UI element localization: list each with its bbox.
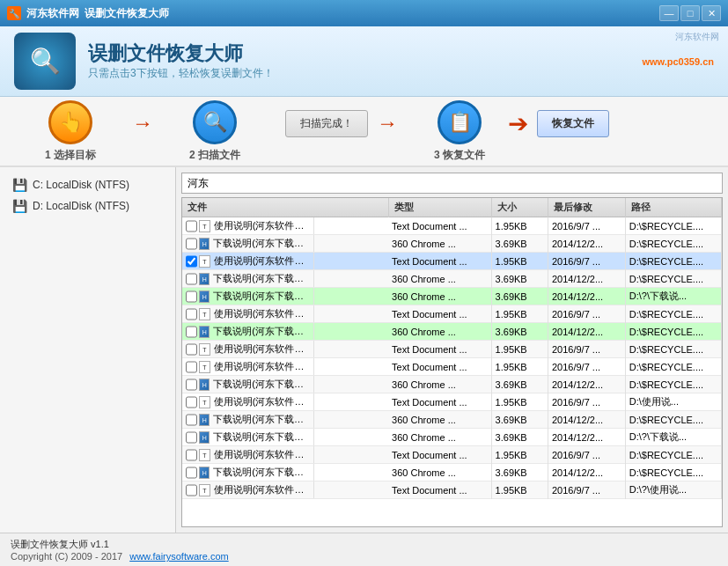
step2: 🔍 2 扫描文件 [162, 100, 268, 163]
file-name: 使用说明(河东软件园).txt [214, 219, 310, 232]
file-type: 360 Chrome ... [388, 323, 491, 341]
file-date: 2014/12/2... [548, 288, 625, 305]
file-name: 使用说明(河东软件园).txt [214, 342, 310, 356]
table-row[interactable]: T使用说明(河东软件园).txtText Document ...1.95KB2… [182, 358, 722, 376]
status-app-name: 误删文件恢复大师 v1.1 [11, 538, 717, 551]
table-row[interactable]: T使用说明(河东软件园).txtText Document ...1.95KB2… [182, 393, 722, 411]
app-slogan: 只需点击3下按钮，轻松恢复误删文件！ [88, 66, 642, 81]
file-size: 1.95KB [491, 358, 548, 376]
row-checkbox[interactable] [186, 308, 197, 320]
table-row[interactable]: T使用说明(河东软件园).txtText Document ...1.95KB2… [182, 217, 722, 235]
row-checkbox[interactable] [186, 326, 197, 338]
row-checkbox[interactable] [186, 484, 197, 496]
htm-icon: H [199, 379, 210, 391]
txt-icon: T [199, 343, 210, 356]
table-row[interactable]: H下载说明(河东下载站).htm360 Chrome ...3.69KB2014… [182, 235, 722, 253]
table-row[interactable]: T使用说明(河东软件园).txtText Document ...1.95KB2… [182, 253, 722, 270]
table-row[interactable]: T使用说明(河东软件园).txtText Document ...1.95KB2… [182, 481, 722, 499]
header-banner: 误删文件恢复大师 只需点击3下按钮，轻松恢复误删文件！ 河东软件网 www.pc… [0, 26, 728, 97]
row-checkbox[interactable] [186, 414, 197, 426]
status-bar: 误删文件恢复大师 v1.1 Copyright (C) 2009 - 2017 … [0, 533, 728, 566]
file-date: 2016/9/7 ... [548, 217, 625, 235]
file-name: 下载说明(河东下载站).htm [213, 290, 310, 303]
drive-d-icon: 💾 [12, 199, 27, 213]
col-header-type: 类型 [388, 198, 491, 217]
file-date: 2016/9/7 ... [548, 341, 625, 358]
file-date: 2014/12/2... [548, 411, 625, 429]
file-date: 2014/12/2... [548, 376, 625, 393]
step3-circle: 📋 [438, 100, 482, 144]
file-type: 360 Chrome ... [388, 411, 491, 429]
table-row[interactable]: T使用说明(河东软件园).txtText Document ...1.95KB2… [182, 341, 722, 358]
row-checkbox[interactable] [186, 431, 197, 444]
file-path: D:\$RECYCLE.... [625, 323, 721, 341]
search-input[interactable] [181, 173, 723, 194]
txt-icon: T [199, 361, 210, 373]
file-name: 使用说明(河东软件园).txt [214, 254, 310, 268]
file-path: D:\$RECYCLE.... [625, 341, 721, 358]
row-checkbox[interactable] [186, 238, 197, 250]
file-name: 下载说明(河东下载站).htm [213, 466, 310, 479]
txt-icon: T [199, 484, 210, 496]
file-table-wrapper[interactable]: 文件 类型 大小 最后修改 路径 T使用说明(河东软件园).txtText Do… [181, 197, 723, 527]
minimize-button[interactable]: — [659, 5, 679, 21]
table-row[interactable]: H下载说明(河东下载站).htm360 Chrome ...3.69KB2014… [182, 376, 722, 393]
table-row[interactable]: H下载说明(河东下载站).htm360 Chrome ...3.69KB2014… [182, 323, 722, 341]
step3: 📋 3 恢复文件 [407, 100, 512, 163]
htm-icon: H [199, 273, 210, 285]
file-type: 360 Chrome ... [388, 464, 491, 481]
file-size: 1.95KB [491, 217, 548, 235]
table-row[interactable]: T使用说明(河东软件园).txtText Document ...1.95KB2… [182, 305, 722, 323]
file-path: D:\使用说... [625, 393, 721, 411]
file-path: D:\?\下载说... [625, 429, 721, 446]
close-button[interactable]: ✕ [702, 5, 721, 21]
scan-done-button[interactable]: 扫描完成！ [285, 110, 368, 137]
file-type: 360 Chrome ... [388, 288, 491, 305]
htm-icon: H [199, 414, 210, 426]
status-website[interactable]: www.fairysoftware.com [129, 551, 228, 562]
app-title: 误删文件恢复大师 [88, 41, 642, 67]
table-row[interactable]: H下载说明(河东下载站).htm360 Chrome ...3.69KB2014… [182, 429, 722, 446]
right-panel: 文件 类型 大小 最后修改 路径 T使用说明(河东软件园).txtText Do… [176, 167, 728, 533]
table-row[interactable]: H下载说明(河东下载站).htm360 Chrome ...3.69KB2014… [182, 411, 722, 429]
search-bar [181, 173, 723, 194]
arrow2: → [377, 111, 398, 136]
watermark-url: www.pc0359.cn [642, 56, 714, 67]
file-path: D:\$RECYCLE.... [625, 358, 721, 376]
table-row[interactable]: H下载说明(河东下载站).htm360 Chrome ...3.69KB2014… [182, 464, 722, 481]
row-checkbox[interactable] [186, 449, 197, 461]
row-checkbox[interactable] [186, 255, 197, 268]
file-path: D:\$RECYCLE.... [625, 270, 721, 288]
file-table: 文件 类型 大小 最后修改 路径 T使用说明(河东软件园).txtText Do… [182, 198, 722, 499]
table-row[interactable]: T使用说明(河东软件园).txtText Document ...1.95KB2… [182, 446, 722, 464]
drive-c[interactable]: 💾 C: LocalDisk (NTFS) [7, 174, 168, 195]
file-path: D:\?\下载说... [625, 288, 721, 305]
row-checkbox[interactable] [186, 379, 197, 391]
file-size: 1.95KB [491, 305, 548, 323]
drive-d[interactable]: 💾 D: LocalDisk (NTFS) [7, 195, 168, 217]
table-row[interactable]: H下载说明(河东下载站).htm360 Chrome ...3.69KB2014… [182, 288, 722, 305]
htm-icon: H [199, 326, 210, 338]
row-checkbox[interactable] [186, 467, 197, 479]
file-date: 2014/12/2... [548, 323, 625, 341]
file-date: 2016/9/7 ... [548, 253, 625, 270]
file-size: 3.69KB [491, 464, 548, 481]
row-checkbox[interactable] [186, 343, 197, 356]
file-size: 1.95KB [491, 446, 548, 464]
row-checkbox[interactable] [186, 290, 197, 303]
file-name: 下载说明(河东下载站).htm [213, 325, 310, 338]
maximize-button[interactable]: □ [680, 5, 700, 21]
table-row[interactable]: H下载说明(河东下载站).htm360 Chrome ...3.69KB2014… [182, 270, 722, 288]
file-path: D:\$RECYCLE.... [625, 217, 721, 235]
row-checkbox[interactable] [186, 273, 197, 285]
file-path: D:\$RECYCLE.... [625, 376, 721, 393]
header-watermark: 河东软件网 www.pc0359.cn [642, 56, 714, 67]
row-checkbox[interactable] [186, 220, 197, 232]
file-type: Text Document ... [388, 217, 491, 235]
row-checkbox[interactable] [186, 396, 197, 408]
row-checkbox[interactable] [186, 361, 197, 373]
file-size: 1.95KB [491, 341, 548, 358]
recover-button[interactable]: 恢复文件 [537, 110, 609, 137]
file-date: 2014/12/2... [548, 270, 625, 288]
drive-c-label: C: LocalDisk (NTFS) [33, 179, 129, 191]
